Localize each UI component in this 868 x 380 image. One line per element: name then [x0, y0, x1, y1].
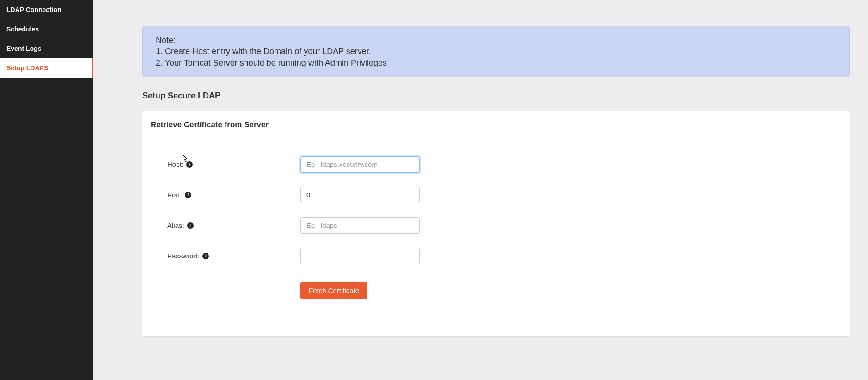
password-label-wrap: Password: i: [151, 252, 285, 260]
info-icon[interactable]: i: [186, 161, 193, 168]
info-icon[interactable]: i: [187, 222, 194, 229]
form-row-password: Password: i: [151, 248, 841, 264]
form-card: Retrieve Certificate from Server Host: i…: [142, 111, 850, 336]
host-input[interactable]: [300, 156, 420, 173]
info-icon[interactable]: i: [185, 192, 191, 198]
main-content: Note: 1. Create Host entry with the Doma…: [93, 0, 868, 380]
password-label: Password:: [167, 252, 200, 260]
info-icon[interactable]: i: [202, 253, 209, 259]
sidebar-item-schedules[interactable]: Schedules: [0, 19, 93, 39]
port-label-wrap: Port: i: [151, 191, 285, 199]
form-row-alias: Alias: i: [151, 217, 841, 234]
port-label: Port:: [167, 191, 182, 199]
fetch-certificate-button[interactable]: Fetch Certificate: [300, 282, 367, 299]
form-row-port: Port: i: [151, 187, 841, 203]
sidebar-item-event-logs[interactable]: Event Logs: [0, 39, 93, 58]
page-title: Setup Secure LDAP: [142, 91, 850, 101]
note-line-2: 2. Your Tomcat Server should be running …: [156, 57, 836, 68]
form-row-host: Host: i: [151, 156, 841, 173]
sidebar-item-ldap-connection[interactable]: LDAP Connection: [0, 0, 93, 19]
card-title: Retrieve Certificate from Server: [151, 120, 841, 129]
note-heading: Note:: [156, 35, 836, 46]
host-label-wrap: Host: i: [151, 160, 285, 168]
note-box: Note: 1. Create Host entry with the Doma…: [142, 26, 850, 77]
port-input[interactable]: [300, 187, 420, 203]
password-input[interactable]: [300, 248, 420, 264]
host-label: Host:: [167, 160, 183, 168]
sidebar-item-setup-ldaps[interactable]: Setup LDAPS: [0, 58, 93, 78]
note-line-1: 1. Create Host entry with the Domain of …: [156, 46, 836, 57]
sidebar: LDAP Connection Schedules Event Logs Set…: [0, 0, 93, 380]
alias-label: Alias:: [167, 221, 184, 229]
alias-label-wrap: Alias: i: [151, 221, 285, 229]
alias-input[interactable]: [300, 217, 420, 234]
